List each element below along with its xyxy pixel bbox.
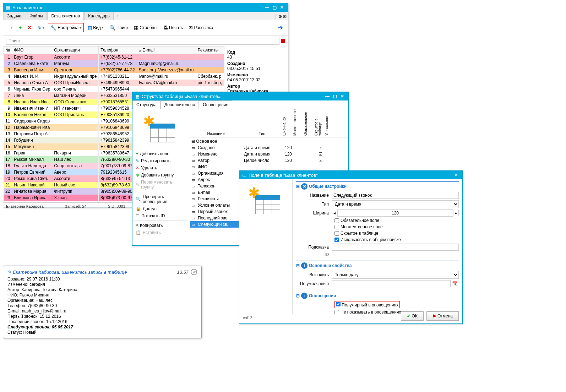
dp-created-label: Создано xyxy=(227,61,285,66)
menu-rename-group: ✎Переименовать группу xyxy=(134,179,187,191)
field-item[interactable]: ▭АвторЦелое число120☑ xyxy=(190,157,348,164)
struct-maximize[interactable]: ▢ xyxy=(332,94,338,99)
notif-line: Изменено: сегодня xyxy=(7,282,197,287)
table-row[interactable]: 3Васнецов ИльяСрецторг+7(902)786-44-32Sp… xyxy=(4,67,224,73)
tab-calendar[interactable]: Календарь xyxy=(84,12,114,20)
settings-button[interactable]: 🔧Настройка▾ xyxy=(48,23,84,32)
mail-button[interactable]: ✉Рассылка xyxy=(186,23,215,32)
forward-button[interactable]: ➔ xyxy=(276,22,285,33)
select-display[interactable]: Только дату xyxy=(332,271,459,279)
delete-button[interactable]: ✕ xyxy=(25,23,34,32)
calendar-icon[interactable]: 📅 xyxy=(451,281,459,286)
struct-tab-extra[interactable]: Дополнительно xyxy=(160,100,199,109)
props-titlebar: ▭ Поле в таблице "База клиентов" ✕ xyxy=(239,171,462,179)
menu-access[interactable]: 🔒Доступ xyxy=(134,205,187,212)
menu-add-field[interactable]: +Добавить поле xyxy=(134,150,187,157)
field-item[interactable]: ▭ФИО xyxy=(190,164,348,170)
menu-copy[interactable]: ⎘Копировать xyxy=(134,222,187,229)
cb-hidden[interactable] xyxy=(334,231,339,236)
select-type[interactable]: Дата и время xyxy=(332,200,459,208)
menu-check-alert[interactable]: 🔍Проверить оповещение xyxy=(134,193,187,205)
lbl-hint: Подсказка xyxy=(296,245,332,250)
section-alerts[interactable]: ⊟↓Оповещения xyxy=(296,291,459,300)
menu-show-id[interactable]: ☐Показать ID xyxy=(134,212,187,219)
column-header[interactable]: Организация xyxy=(52,47,99,54)
mail-icon[interactable]: ✉ xyxy=(283,14,287,19)
width-dec[interactable]: ◂ xyxy=(332,210,337,216)
field-item[interactable]: ▭ИзмененоДата и время120☑ xyxy=(190,151,348,157)
props-close[interactable]: ✕ xyxy=(453,173,459,178)
down-arrow-icon: ↓ xyxy=(301,293,308,299)
add-button[interactable]: + xyxy=(17,23,24,32)
notif-close[interactable]: ✕ xyxy=(191,269,197,275)
table-row[interactable]: 4Иванов И. И.Индивидуальный пре+74951233… xyxy=(4,73,224,80)
close-button[interactable]: ✕ xyxy=(279,5,285,10)
tab-task[interactable]: Задача xyxy=(3,12,25,20)
notif-line: Последний звонок: 15.12.2016 xyxy=(7,319,197,324)
section-main[interactable]: ⊟iОсновные свойства xyxy=(296,261,459,270)
edit-button[interactable]: ✎▾ xyxy=(35,23,47,32)
cb-no-alerts[interactable] xyxy=(334,310,339,315)
column-header[interactable]: Реквизиты xyxy=(196,47,224,54)
search-input[interactable] xyxy=(6,37,279,45)
dp-changed: 04.05.2017 13:02 xyxy=(227,77,285,82)
dp-code-label: Код xyxy=(227,50,285,55)
lbl-display: Выводить xyxy=(296,272,332,277)
minimize-button[interactable]: — xyxy=(263,5,271,10)
input-default[interactable] xyxy=(332,280,451,287)
field-item[interactable]: ▭СозданоДата и время120☑ xyxy=(190,145,348,151)
view-button[interactable]: ▥Вид▾ xyxy=(85,23,106,32)
column-header[interactable]: Телефон xyxy=(99,47,137,54)
struct-minimize[interactable]: — xyxy=(324,94,331,99)
cb-bold-alerts[interactable] xyxy=(336,302,341,306)
cb-search[interactable] xyxy=(334,238,339,242)
status-sid: SID: 8301 xyxy=(108,204,125,208)
table-row[interactable]: 2Савельева ЕкатеМагнум+7(632)67-77-78Mag… xyxy=(4,60,224,67)
print-button[interactable]: 🖶Печать xyxy=(161,23,185,32)
column-header[interactable]: № xyxy=(4,47,12,54)
cancel-button[interactable]: ✖Отмена xyxy=(426,311,459,321)
status-records: Записей: 24 xyxy=(65,204,87,208)
input-name[interactable] xyxy=(332,192,459,199)
tab-add[interactable]: + xyxy=(114,12,122,20)
tab-clients[interactable]: База клиентов xyxy=(47,12,84,20)
cb-required[interactable] xyxy=(334,218,339,223)
input-width[interactable] xyxy=(337,209,453,217)
lbl-required: Обязательное поле xyxy=(341,218,379,223)
app-icon: ▦ xyxy=(6,5,10,10)
struct-tab-alerts[interactable]: Оповещения xyxy=(199,100,232,109)
input-hint[interactable] xyxy=(332,244,459,251)
column-header[interactable]: ФИО xyxy=(12,47,52,54)
column-header[interactable]: △ E-mail xyxy=(137,47,196,54)
menu-delete[interactable]: ✕Удалить xyxy=(134,164,187,172)
ok-button[interactable]: ✔ОК xyxy=(401,311,424,321)
width-inc[interactable]: ▸ xyxy=(453,210,459,216)
struct-tabs: Структура Дополнительно Оповещения xyxy=(132,100,348,109)
notification-card: ✎ Екатерина Кабирова: изменилась запись … xyxy=(3,266,202,338)
columns-button[interactable]: ▦Столбцы xyxy=(132,23,159,32)
section-general[interactable]: ⊟✖Общие настройки xyxy=(296,181,459,191)
lbl-multi: Множественное поле xyxy=(341,224,383,229)
struct-icon: ▦ xyxy=(135,94,140,99)
field-props-window: ▭ Поле в таблице "База клиентов" ✕ ✱ ⊟✖О… xyxy=(239,170,463,324)
settings-icon[interactable]: ⚙ xyxy=(278,14,282,19)
tab-files[interactable]: Файлы xyxy=(26,12,47,20)
back-button[interactable]: → xyxy=(6,23,15,32)
help-icon[interactable]: ❔ xyxy=(272,14,278,19)
struct-close[interactable]: ✕ xyxy=(339,94,345,99)
struct-big-icon: ✱ xyxy=(145,115,177,147)
lbl-type: Тип xyxy=(296,202,332,207)
search-button[interactable]: 🔍Поиск xyxy=(107,23,130,32)
menu-add-group[interactable]: ⊕Добавить группу xyxy=(134,172,187,179)
struct-tab-structure[interactable]: Структура xyxy=(132,100,160,109)
cb-multi[interactable] xyxy=(334,225,339,229)
menu-edit[interactable]: ✎Редактировать xyxy=(134,157,187,164)
lbl-no-alerts: Не показывать в оповещениях xyxy=(341,310,401,314)
notif-line: Статус: Новый xyxy=(7,330,197,335)
table-row[interactable]: 1Брут ЕгорАссорти+7(632)45-61-12 xyxy=(4,54,224,61)
maximize-button[interactable]: ▢ xyxy=(271,5,278,10)
pencil-icon: ✎ xyxy=(7,270,11,275)
table-row[interactable]: 5Иванова Ольга АООО ПромИнвест+749549989… xyxy=(4,80,224,86)
field-group[interactable]: ⊟ Основное xyxy=(190,138,348,145)
print-label: Печать xyxy=(169,25,183,30)
